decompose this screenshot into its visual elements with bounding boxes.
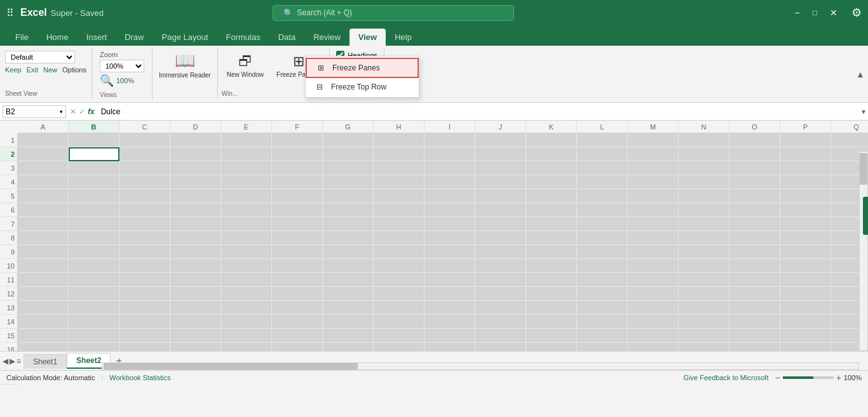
cell-I4[interactable] [424, 175, 475, 189]
freeze-top-row-option[interactable]: ⊟ Freeze Top Row [306, 78, 419, 96]
cell-E1[interactable] [221, 133, 272, 147]
row-number-13[interactable]: 13 [0, 301, 17, 315]
cell-P9[interactable] [780, 245, 831, 259]
cell-K11[interactable] [526, 273, 577, 287]
cell-M11[interactable] [628, 273, 679, 287]
cell-F6[interactable] [272, 203, 323, 217]
cell-E5[interactable] [221, 189, 272, 203]
cell-K5[interactable] [526, 189, 577, 203]
cell-O10[interactable] [729, 259, 780, 273]
cell-O4[interactable] [729, 175, 780, 189]
cell-F1[interactable] [272, 133, 323, 147]
cell-F9[interactable] [272, 245, 323, 259]
cell-M1[interactable] [628, 133, 679, 147]
cell-L6[interactable] [577, 203, 628, 217]
cell-F14[interactable] [272, 315, 323, 329]
cell-J4[interactable] [475, 175, 526, 189]
cell-E7[interactable] [221, 217, 272, 231]
ribbon-collapse-button[interactable]: ▲ [853, 46, 868, 103]
cell-L15[interactable] [577, 329, 628, 343]
col-header-M[interactable]: M [628, 121, 679, 133]
cell-I9[interactable] [424, 245, 475, 259]
cell-B4[interactable] [69, 175, 119, 189]
cell-A1[interactable] [18, 133, 69, 147]
cell-M2[interactable] [628, 147, 679, 161]
cell-J11[interactable] [475, 273, 526, 287]
cell-F12[interactable] [272, 287, 323, 301]
col-header-A[interactable]: A [18, 121, 69, 133]
keep-button[interactable]: Keep [5, 66, 22, 74]
cell-G10[interactable] [323, 259, 374, 273]
cell-B13[interactable] [69, 301, 119, 315]
cell-A12[interactable] [18, 287, 69, 301]
cell-N13[interactable] [679, 301, 729, 315]
sheet-menu-button[interactable]: ≡ [17, 357, 21, 366]
cell-C2[interactable] [119, 147, 170, 161]
cell-E14[interactable] [221, 315, 272, 329]
cell-L9[interactable] [577, 245, 628, 259]
row-number-12[interactable]: 12 [0, 287, 17, 301]
row-number-5[interactable]: 5 [0, 189, 17, 203]
cell-J9[interactable] [475, 245, 526, 259]
col-header-P[interactable]: P [780, 121, 831, 133]
cell-G11[interactable] [323, 273, 374, 287]
col-header-C[interactable]: C [119, 121, 170, 133]
ribbon-tab-page-layout[interactable]: Page Layout [153, 29, 217, 46]
cell-D8[interactable] [170, 231, 221, 245]
cell-O8[interactable] [729, 231, 780, 245]
cell-K3[interactable] [526, 161, 577, 175]
cell-K9[interactable] [526, 245, 577, 259]
cell-J14[interactable] [475, 315, 526, 329]
cell-E11[interactable] [221, 273, 272, 287]
cell-C9[interactable] [119, 245, 170, 259]
cell-A4[interactable] [18, 175, 69, 189]
new-sheet-view-button[interactable]: New [43, 66, 57, 74]
sheet-prev-button[interactable]: ◀ [3, 357, 8, 366]
cell-G7[interactable] [323, 217, 374, 231]
cell-H14[interactable] [374, 315, 424, 329]
cell-J13[interactable] [475, 301, 526, 315]
cell-I1[interactable] [424, 133, 475, 147]
row-number-7[interactable]: 7 [0, 217, 17, 231]
formula-input[interactable] [98, 106, 862, 117]
cell-C15[interactable] [119, 329, 170, 343]
cell-G6[interactable] [323, 203, 374, 217]
cell-J5[interactable] [475, 189, 526, 203]
restore-btn[interactable]: □ [808, 6, 822, 20]
ribbon-tab-view[interactable]: View [349, 29, 386, 46]
cell-B6[interactable] [69, 203, 119, 217]
cell-B7[interactable] [69, 217, 119, 231]
cell-N3[interactable] [679, 161, 729, 175]
cell-F13[interactable] [272, 301, 323, 315]
cell-K12[interactable] [526, 287, 577, 301]
cell-D1[interactable] [170, 133, 221, 147]
cell-J2[interactable] [475, 147, 526, 161]
cell-J12[interactable] [475, 287, 526, 301]
cell-I13[interactable] [424, 301, 475, 315]
cell-H5[interactable] [374, 189, 424, 203]
freeze-panes-option[interactable]: ⊞ Freeze Panes [306, 58, 419, 78]
cell-M12[interactable] [628, 287, 679, 301]
row-number-15[interactable]: 15 [0, 329, 17, 343]
minimize-btn[interactable]: − [790, 5, 805, 20]
ribbon-tab-insert[interactable]: Insert [78, 29, 116, 46]
cell-A5[interactable] [18, 189, 69, 203]
cell-E8[interactable] [221, 231, 272, 245]
cell-K6[interactable] [526, 203, 577, 217]
cell-C6[interactable] [119, 203, 170, 217]
cell-O15[interactable] [729, 329, 780, 343]
cell-F15[interactable] [272, 329, 323, 343]
zoom-plus-button[interactable]: + [836, 373, 841, 383]
cell-H15[interactable] [374, 329, 424, 343]
cell-C5[interactable] [119, 189, 170, 203]
cell-G2[interactable] [323, 147, 374, 161]
cell-L1[interactable] [577, 133, 628, 147]
cell-A14[interactable] [18, 315, 69, 329]
cell-A9[interactable] [18, 245, 69, 259]
cell-I15[interactable] [424, 329, 475, 343]
cell-I7[interactable] [424, 217, 475, 231]
ribbon-tab-file[interactable]: File [6, 29, 37, 46]
close-btn[interactable]: ✕ [825, 5, 843, 20]
cell-L13[interactable] [577, 301, 628, 315]
cell-B14[interactable] [69, 315, 119, 329]
